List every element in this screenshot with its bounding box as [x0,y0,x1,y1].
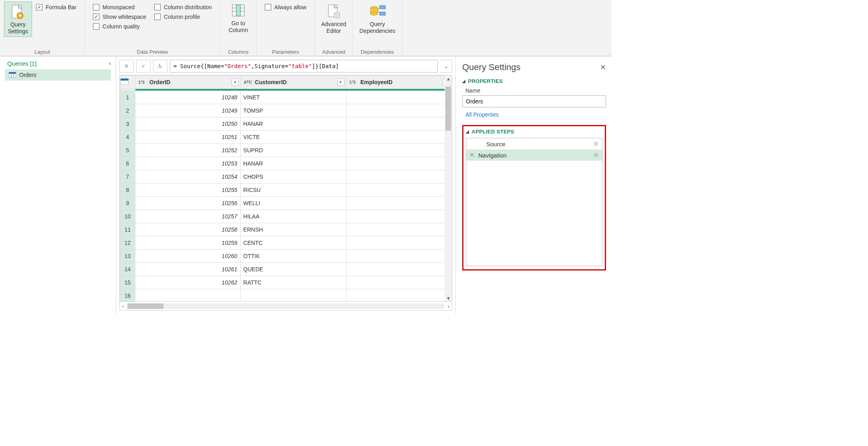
table-row[interactable]: 16 [120,289,452,302]
show-whitespace-checkbox[interactable]: Show whitespace [93,14,146,20]
table-row[interactable]: 8 10255 RICSU [120,184,452,197]
always-allow-checkbox[interactable]: Always allow [265,4,306,10]
cell[interactable] [135,289,241,302]
expand-formula-button[interactable]: ⌄ [440,60,452,73]
table-row[interactable]: 3 10250 HANAR [120,117,452,131]
row-number-cell[interactable]: 11 [120,223,135,236]
gear-icon[interactable]: ⚙ [594,141,599,147]
column-header[interactable]: AᴮC CustomerID ▾ [241,76,346,89]
cell[interactable]: 10250 [135,117,241,131]
applied-step[interactable]: ✕ Navigation ⚙ [466,149,602,161]
cell[interactable] [346,236,451,250]
scroll-up-icon[interactable]: ▴ [447,75,450,82]
applied-step[interactable]: ✕ Source ⚙ [466,138,602,149]
scroll-thumb[interactable] [445,87,451,131]
cell[interactable] [346,91,451,104]
column-filter-button[interactable]: ▾ [232,79,239,86]
row-number-cell[interactable]: 9 [120,197,135,210]
row-number-cell[interactable]: 12 [120,236,135,250]
column-distribution-checkbox[interactable]: Column distribution [154,4,212,10]
cell[interactable]: 10257 [135,210,241,223]
scroll-right-icon[interactable]: › [447,303,449,309]
horizontal-scrollbar[interactable]: ‹ › [120,301,452,310]
table-row[interactable]: 12 10259 CENTC [120,236,452,250]
column-header[interactable]: 1²3 OrderID ▾ [135,76,241,89]
advanced-editor-button[interactable]: Advanced Editor [319,2,348,36]
cell[interactable]: 10260 [135,250,241,263]
vertical-scrollbar[interactable]: ▴ ▾ [445,75,452,301]
row-number-cell[interactable]: 6 [120,157,135,170]
applied-steps-section-header[interactable]: ◢ APPLIED STEPS [466,129,602,135]
cell[interactable]: 10255 [135,184,241,197]
scroll-left-icon[interactable]: ‹ [122,303,124,309]
cell[interactable]: HANAR [241,117,346,131]
cell[interactable]: 10248 [135,91,241,104]
cancel-formula-button[interactable]: ✕ [119,60,134,73]
row-number-header[interactable] [120,76,135,89]
fx-button[interactable]: fx [153,60,167,73]
row-number-cell[interactable]: 4 [120,131,135,144]
query-name-input[interactable] [462,95,606,107]
cell[interactable]: 10251 [135,131,241,144]
cell[interactable] [346,210,451,223]
table-row[interactable]: 4 10251 VICTE [120,131,452,144]
monospaced-checkbox[interactable]: Monospaced [93,4,146,10]
cell[interactable]: VICTE [241,131,346,144]
formula-input[interactable]: = Source{[Name= "Orders" ,Signature= "ta… [170,60,438,73]
row-number-cell[interactable]: 7 [120,170,135,184]
table-row[interactable]: 13 10260 OTTIK [120,250,452,263]
cell[interactable]: 10259 [135,236,241,250]
scroll-thumb[interactable] [127,303,163,309]
cell[interactable] [346,104,451,117]
row-number-cell[interactable]: 5 [120,144,135,157]
cell[interactable]: TOMSP [241,104,346,117]
gear-icon[interactable]: ⚙ [594,152,599,158]
cell[interactable] [346,144,451,157]
cell[interactable]: 10256 [135,197,241,210]
scroll-down-icon[interactable]: ▾ [447,295,450,301]
cell[interactable]: 10254 [135,170,241,184]
row-number-cell[interactable]: 14 [120,263,135,276]
formula-bar-checkbox[interactable]: Formula Bar [36,4,77,10]
cell[interactable] [346,276,451,289]
table-row[interactable]: 11 10258 ERNSH [120,223,452,236]
cell[interactable]: CENTC [241,236,346,250]
cell[interactable]: 10258 [135,223,241,236]
row-number-cell[interactable]: 13 [120,250,135,263]
cell[interactable] [346,131,451,144]
cell[interactable] [346,170,451,184]
cell[interactable]: HANAR [241,157,346,170]
row-number-cell[interactable]: 16 [120,289,135,302]
query-settings-button[interactable]: Query Settings [4,2,32,37]
table-row[interactable]: 5 10252 SUPRD [120,144,452,157]
cell[interactable]: HILAA [241,210,346,223]
column-header[interactable]: 1²3 EmployeeID ▾ [346,76,451,89]
table-row[interactable]: 6 10253 HANAR [120,157,452,170]
cell[interactable]: QUEDE [241,263,346,276]
cell[interactable]: 10261 [135,263,241,276]
cell[interactable] [346,223,451,236]
table-row[interactable]: 7 10254 CHOPS [120,170,452,184]
table-row[interactable]: 1 10248 VINET [120,91,452,104]
row-number-cell[interactable]: 1 [120,91,135,104]
commit-formula-button[interactable]: ✓ [136,60,151,73]
cell[interactable] [346,250,451,263]
cell[interactable]: SUPRD [241,144,346,157]
table-row[interactable]: 2 10249 TOMSP [120,104,452,117]
column-profile-checkbox[interactable]: Column profile [154,14,212,20]
cell[interactable]: 10252 [135,144,241,157]
cell[interactable]: RICSU [241,184,346,197]
table-row[interactable]: 15 10262 RATTC [120,276,452,289]
cell[interactable]: 10249 [135,104,241,117]
cell[interactable] [241,289,346,302]
cell[interactable]: ERNSH [241,223,346,236]
row-number-cell[interactable]: 8 [120,184,135,197]
cell[interactable]: RATTC [241,276,346,289]
close-settings-button[interactable]: ✕ [600,63,606,72]
cell[interactable]: WELLI [241,197,346,210]
properties-section-header[interactable]: ◢ PROPERTIES [462,78,606,84]
cell[interactable]: OTTIK [241,250,346,263]
cell[interactable] [346,184,451,197]
cell[interactable]: 10262 [135,276,241,289]
cell[interactable] [346,197,451,210]
